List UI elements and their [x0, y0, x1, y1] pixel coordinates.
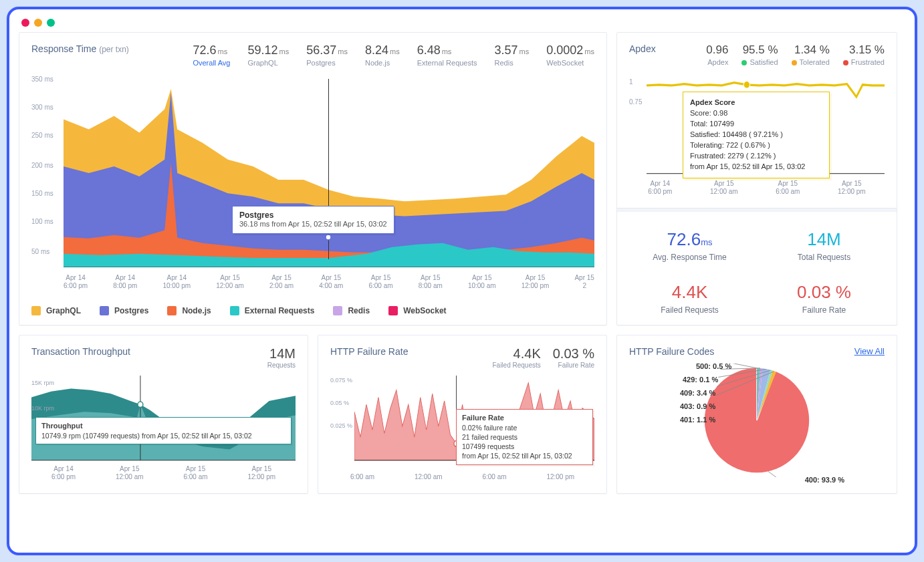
apdex-panel: Apdex 0.96Apdex95.5 %Satisfied1.34 %Tole… [616, 32, 897, 325]
x-tick: Apr 148:00 pm [113, 274, 137, 290]
x-tick: Apr 1410:00 pm [162, 274, 191, 290]
y-tick: 150 ms [31, 190, 53, 197]
metric: 56.37msPostgres [306, 43, 348, 67]
failure-codes-pie[interactable]: 500: 0.5 % 429: 0.1 % 409: 3.4 % 403: 0.… [629, 357, 885, 484]
kpi-total-requests: 14M Total Requests [764, 229, 885, 262]
y-tick: 0.075 % [330, 377, 352, 384]
view-all-link[interactable]: View All [854, 346, 885, 356]
x-tick: 12:00 pm [546, 465, 574, 481]
y-tick: 1 [629, 78, 633, 86]
y-tick: 100 ms [31, 218, 53, 225]
x-tick: Apr 156:00 am [776, 180, 800, 196]
failure-rate-chart[interactable]: 0.075 % 0.05 % 0.025 % Failure Rate 0.02… [330, 376, 594, 462]
browser-frame: Response Time (per txn) 72.6msOverall Av… [7, 7, 917, 555]
metric: 95.5 %Satisfied [741, 43, 778, 66]
apdex-chart[interactable]: 1 0.75 Apdex Score Score: 0.98 Total: 10… [629, 77, 885, 177]
svg-point-1 [326, 235, 331, 240]
x-tick: Apr 152:00 am [269, 274, 294, 290]
x-tick: Apr 156:00 am [368, 274, 392, 290]
x-tick: Apr 158:00 am [419, 274, 443, 290]
x-tick: Apr 1512:00 am [216, 274, 244, 290]
panel-title: HTTP Failure Rate [330, 346, 408, 357]
y-tick: 0.75 [629, 98, 642, 106]
y-tick: 300 ms [31, 104, 53, 111]
metric: 14M Requests [267, 346, 296, 369]
metric: 6.48msExternal Requests [417, 43, 477, 67]
metric: 8.24msNode.js [365, 43, 400, 67]
chart-tooltip: Postgres 36.18 ms from Apr 15, 02:52 til… [232, 206, 394, 234]
kpi-avg-response: 72.6ms Avg. Response Time [629, 229, 750, 262]
x-tick: 12:00 am [415, 465, 443, 481]
minimize-icon[interactable] [34, 19, 42, 27]
y-tick: 0.025 % [330, 422, 352, 429]
pie-label: 403: 0.9 % [680, 402, 715, 410]
pie-label: 400: 93.9 % [805, 476, 844, 484]
pie-label: 500: 0.5 % [696, 362, 731, 370]
y-tick: 15K rpm [31, 380, 54, 386]
panel-title: HTTP Failure Codes [629, 346, 714, 357]
close-icon[interactable] [21, 19, 29, 27]
y-tick: 200 ms [31, 162, 53, 169]
metric: 0.03 % Failure Rate [553, 346, 594, 369]
legend-item[interactable]: Node.js [167, 306, 211, 315]
window-controls [9, 9, 915, 32]
pie-label: 429: 0.1 % [683, 376, 718, 384]
maximize-icon[interactable] [47, 19, 55, 27]
x-tick: Apr 146:00 pm [648, 180, 672, 196]
hover-marker-icon [325, 234, 332, 241]
metric: 72.6msOverall Avg [193, 43, 230, 67]
chart-legend: GraphQL Postgres Node.js External Reques… [31, 306, 594, 315]
legend-item[interactable]: GraphQL [31, 306, 81, 315]
metric: 0.0002msWebSocket [546, 43, 594, 67]
x-tick: Apr 1512:00 pm [838, 180, 866, 196]
svg-point-6 [138, 402, 143, 408]
x-tick: Apr 146:00 pm [51, 465, 76, 481]
chart-tooltip: Throughput 10749.9 rpm (107499 requests)… [35, 417, 292, 444]
failure-codes-panel: HTTP Failure Codes View All [616, 335, 897, 494]
x-tick: 6:00 am [482, 465, 506, 481]
x-tick: Apr 156:00 am [183, 465, 207, 481]
throughput-chart[interactable]: 15K rpm 10K rpm Throughput 10749.9 rpm (… [31, 376, 296, 462]
kpi-failed-requests: 4.4K Failed Requests [629, 282, 750, 315]
throughput-panel: Transaction Throughput 14M Requests 15K … [19, 335, 308, 494]
panel-title: Apdex [629, 43, 656, 54]
chart-tooltip: Failure Rate 0.02% failure rate 21 faile… [456, 409, 593, 465]
legend-item[interactable]: Postgres [100, 306, 148, 315]
chart-tooltip: Apdex Score Score: 0.98 Total: 107499 Sa… [683, 92, 830, 178]
y-tick: 10K rpm [31, 405, 54, 412]
legend-item[interactable]: External Requests [230, 306, 315, 315]
legend-item[interactable]: Redis [333, 306, 370, 315]
panel-title: Response Time (per txn) [31, 43, 129, 54]
x-tick: Apr 154:00 am [319, 274, 343, 290]
x-tick: Apr 1512:00 pm [247, 465, 275, 481]
x-tick: Apr 1510:00 am [468, 274, 496, 290]
metric: 3.57msRedis [495, 43, 530, 67]
kpi-failure-rate: 0.03 % Failure Rate [764, 282, 885, 315]
y-tick: 0.05 % [330, 400, 349, 406]
response-time-chart[interactable]: 350 ms 300 ms 250 ms 200 ms 150 ms 100 m… [31, 79, 594, 279]
svg-line-16 [768, 472, 789, 478]
y-tick: 250 ms [31, 132, 53, 139]
pie-label: 401: 1.1 % [680, 416, 715, 424]
x-tick: Apr 1512:00 am [710, 180, 738, 196]
legend-item[interactable]: WebSocket [388, 306, 446, 315]
x-tick: Apr 146:00 pm [64, 274, 88, 290]
metric: 0.96Apdex [706, 43, 728, 66]
y-tick: 350 ms [31, 76, 53, 83]
pie-label: 409: 3.4 % [680, 389, 715, 397]
y-tick: 50 ms [31, 248, 49, 255]
metric: 59.12msGraphQL [248, 43, 290, 67]
response-time-panel: Response Time (per txn) 72.6msOverall Av… [19, 32, 607, 325]
metric: 4.4K Failed Requests [492, 346, 540, 369]
x-tick: 6:00 am [350, 465, 374, 481]
x-tick: Apr 1512:00 am [116, 465, 144, 481]
x-tick: Apr 152 [574, 274, 594, 290]
metric: 1.34 %Tolerated [792, 43, 830, 66]
failure-rate-panel: HTTP Failure Rate 4.4K Failed Requests 0… [318, 335, 607, 494]
metric: 3.15 %Frustrated [843, 43, 885, 66]
panel-title: Transaction Throughput [31, 346, 130, 357]
x-tick: Apr 1512:00 pm [522, 274, 550, 290]
svg-point-3 [743, 81, 749, 88]
